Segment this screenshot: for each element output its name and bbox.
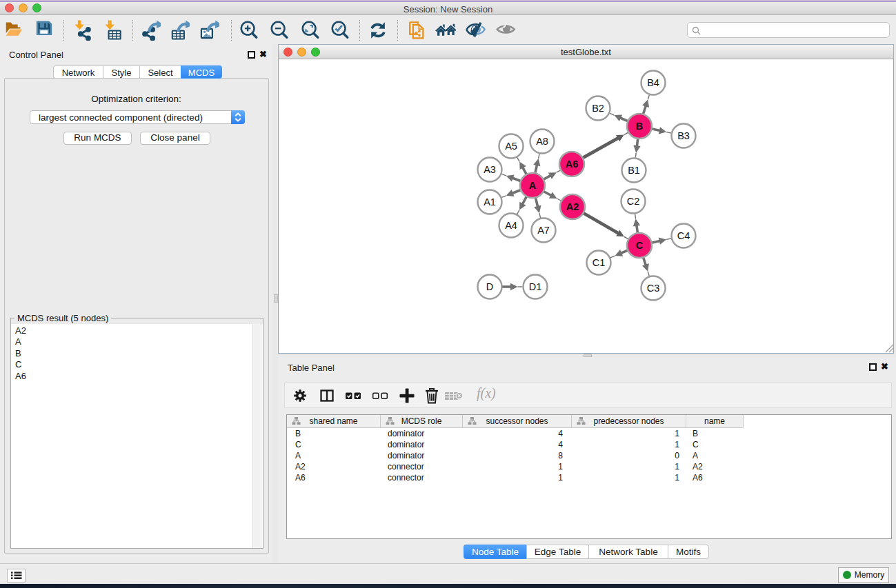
svg-text:D1: D1 [529,281,542,292]
svg-text:B1: B1 [628,165,640,176]
svg-text:B3: B3 [677,130,690,141]
svg-text:A8: A8 [536,136,548,147]
svg-text:C: C [636,240,644,251]
svg-text:A3: A3 [484,164,496,175]
svg-text:C1: C1 [593,257,606,268]
svg-text:A1: A1 [484,196,496,207]
svg-text:C3: C3 [647,283,660,294]
svg-text:B: B [636,121,643,132]
svg-text:A2: A2 [566,201,579,212]
svg-text:A4: A4 [505,220,517,231]
svg-text:A5: A5 [505,141,517,152]
svg-text:A6: A6 [566,159,579,170]
svg-text:C4: C4 [677,230,690,241]
svg-text:B4: B4 [647,77,659,88]
svg-text:A: A [529,180,537,191]
svg-text:A7: A7 [537,225,550,236]
svg-text:C2: C2 [627,196,640,207]
svg-text:B2: B2 [592,103,604,114]
svg-text:D: D [486,281,493,292]
